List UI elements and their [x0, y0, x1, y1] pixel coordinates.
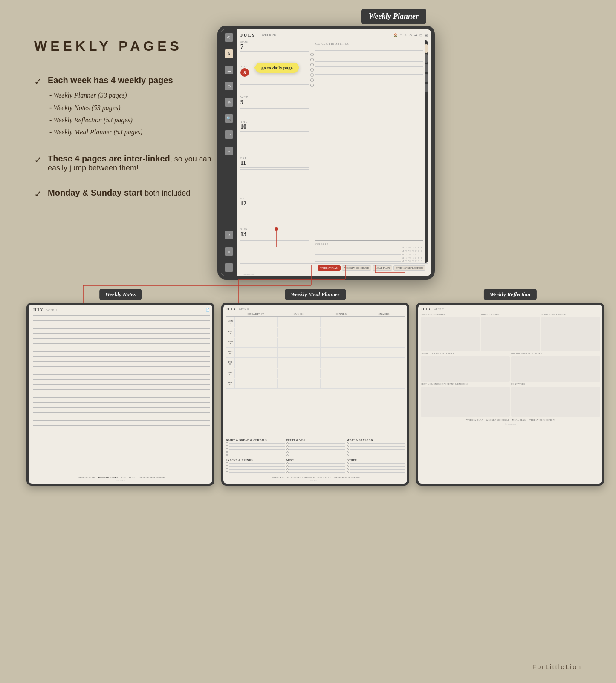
- reflect-next-week-box: [511, 387, 600, 417]
- reflect-difficulties: DIFFICULTIES/CHALLENGES: [421, 352, 510, 382]
- right-tab-5[interactable]: [425, 84, 428, 92]
- circles-column: [310, 40, 314, 263]
- reflect-nav-1[interactable]: WEEKLY PLAN: [466, 419, 483, 421]
- shop-snacks-title: SNACKS & DRINKS: [226, 459, 285, 461]
- meal-col-lunch: LUNCH: [277, 313, 320, 315]
- meal-day-thu: THU10: [226, 348, 234, 357]
- reflect-header: JULY WEEK 28: [421, 307, 600, 311]
- day-row-tue: TUE 8 go to daily page: [240, 65, 309, 95]
- reflect-month: JULY: [421, 307, 431, 311]
- reflect-didnt-work-label: WHAT DIDN'T WORK?: [541, 313, 600, 316]
- reflect-nav-3[interactable]: MEAL PLAN: [512, 419, 526, 421]
- reflect-nav-2[interactable]: WEEKLY SCHEDULE: [486, 419, 509, 421]
- checkmark-icon-3: ✓: [34, 189, 42, 200]
- meal-cell-tue-lunch: [277, 328, 320, 337]
- day-num-tue: 8: [240, 68, 249, 77]
- feature-item-3: ✓ Monday & Sunday start both included: [34, 188, 230, 200]
- weekly-reflection-device: JULY WEEK 28 ACCOMPLISHMENTS WHAT WORKED…: [416, 303, 604, 486]
- meal-cell-sun-dinner: [320, 379, 363, 388]
- weekly-notes-device: JULY WEEK 19 📄: [26, 303, 214, 486]
- day-num-sat: 12: [240, 200, 309, 207]
- meal-nav-1[interactable]: WEEKLY PLAN: [272, 477, 289, 479]
- notes-nav-weekly-notes[interactable]: WEEKLY NOTES: [98, 477, 118, 479]
- meal-row-thu: THU10: [226, 348, 405, 358]
- feature-text-2: These 4 pages are inter-linked, so you c…: [48, 154, 230, 173]
- notes-nav-reflection[interactable]: WEEKLY REFLECTION: [139, 477, 165, 479]
- meal-cell-wed-breakfast: [234, 338, 277, 347]
- meal-cell-tue-snacks: [363, 328, 405, 337]
- feature-item-1: ✓ Each week has 4 weekly pages - Weekly …: [34, 75, 230, 138]
- habit-days-5: M T W T F S S: [402, 260, 423, 262]
- right-tab-2[interactable]: [425, 54, 428, 63]
- meal-cell-wed-snacks: [363, 338, 405, 347]
- day-row-fri: FRI 11: [240, 156, 309, 196]
- footer-text: ForLittleLion: [240, 272, 428, 276]
- meal-day-wed: WED9: [226, 338, 234, 347]
- reflect-bottom-grid: BEST MOMENTS/IMPORTANT MEMORIES NEXT WEE…: [421, 383, 600, 417]
- planner-header-icons: 🏠□☆⊕⇄⊞▣: [393, 33, 428, 37]
- nav-btn-weekly-schedule[interactable]: WEEKLY SCHEDULE: [342, 265, 371, 271]
- meal-header: JULY WEEK 28: [226, 307, 405, 311]
- meal-cell-wed-dinner: [320, 338, 363, 347]
- sidebar-a-icon: A: [225, 49, 233, 58]
- nav-btn-meal-plan[interactable]: MEAL PLAN: [373, 265, 392, 271]
- nav-btn-weekly-reflection[interactable]: WEEKLY REFLECTION: [393, 265, 425, 271]
- day-num-thu: 10: [240, 124, 309, 130]
- right-tab-4[interactable]: [425, 74, 428, 82]
- meal-day-mon: MON7: [226, 317, 234, 327]
- reflect-worked-label: WHAT WORKED?: [481, 313, 540, 316]
- habits-label: HABITS: [315, 242, 423, 245]
- meal-col-breakfast: BREAKFAST: [234, 313, 277, 315]
- feature-bold-3: Monday & Sunday start: [48, 188, 142, 197]
- nav-btn-weekly-plan[interactable]: WEEKLY PLAN: [318, 265, 341, 271]
- sub-item-1: - Weekly Planner (53 pages): [49, 89, 173, 102]
- notes-content: JULY WEEK 19 📄: [29, 305, 212, 484]
- sidebar-move-icon: ⊕: [225, 98, 233, 107]
- weekly-reflection-wrapper: Weekly Reflection JULY WEEK 28 ACCOMPLIS…: [416, 294, 604, 486]
- planner-bottom-nav: WEEKLY PLAN WEEKLY SCHEDULE MEAL PLAN WE…: [240, 263, 428, 272]
- reflect-next-week: NEXT WEEK: [511, 383, 600, 417]
- day-label-sun: SUN: [240, 228, 309, 231]
- weekly-reflection-screen: JULY WEEK 28 ACCOMPLISHMENTS WHAT WORKED…: [418, 305, 602, 484]
- day-row-sat: SAT 12: [240, 197, 309, 227]
- shop-other-title: OTHER: [347, 459, 405, 461]
- notes-header: JULY WEEK 19 📄: [33, 308, 210, 312]
- habit-days-3: M T W T F S S: [402, 253, 423, 256]
- main-device-screen: ⏱ A ☰ ⚙ ⊕ 🔍 ↩ → ↗ ≡ □: [221, 29, 431, 276]
- right-tab-3[interactable]: [425, 64, 428, 72]
- notes-nav-meal-plan[interactable]: MEAL PLAN: [121, 477, 136, 479]
- meal-month: JULY: [226, 307, 236, 311]
- right-tab-1[interactable]: [425, 44, 428, 53]
- reflect-didnt-work: WHAT DIDN'T WORK?: [541, 313, 600, 351]
- day-num-fri: 11: [240, 160, 309, 167]
- notes-month: JULY: [33, 308, 43, 312]
- day-label-fri: FRI: [240, 156, 309, 160]
- reflect-week: WEEK 28: [434, 308, 444, 311]
- meal-nav-2[interactable]: WEEKLY SCHEDULE: [291, 477, 315, 479]
- reflect-worked-box: [481, 317, 540, 351]
- habit-days-4: M T W T F S S: [402, 256, 423, 259]
- day-num-sun: 13: [240, 231, 309, 238]
- reflect-nav-4[interactable]: WEEKLY REFLECTION: [529, 419, 555, 421]
- weekly-reflection-label: Weekly Reflection: [483, 289, 536, 300]
- brand-footer: ForLittleLion: [532, 663, 582, 670]
- meal-row-mon: MON7: [226, 317, 405, 327]
- meal-row-wed: WED9: [226, 338, 405, 348]
- meal-nav-4[interactable]: WEEKLY REFLECTION: [334, 477, 360, 479]
- sidebar-page-icon: □: [225, 263, 233, 272]
- bottom-section: Weekly Notes JULY WEEK 19 📄: [26, 294, 604, 486]
- notes-nav-weekly-plan[interactable]: WEEKLY PLAN: [78, 477, 95, 479]
- planner-month: JULY: [240, 32, 256, 37]
- device-right-tabs: [425, 40, 428, 263]
- goals-section: GOALS/PRIORITIES: [315, 40, 423, 55]
- meal-row-tue: TUE8: [226, 328, 405, 337]
- meal-cell-tue-breakfast: [234, 328, 277, 337]
- main-device-wrapper: Weekly Planner ⏱ A ☰ ⚙ ⊕ 🔍 ↩ → ↗ ≡ □: [217, 13, 435, 280]
- reflect-improvements-label: IMPROVEMENTS TO MAKE: [511, 352, 600, 355]
- feature-item-2: ✓ These 4 pages are inter-linked, so you…: [34, 154, 230, 173]
- meal-nav-3[interactable]: MEAL PLAN: [317, 477, 331, 479]
- weekly-notes-wrapper: Weekly Notes JULY WEEK 19 📄: [26, 294, 214, 486]
- reflect-difficulties-box: [421, 356, 510, 382]
- meal-col-dinner: DINNER: [320, 313, 363, 315]
- sidebar-settings-icon: ⚙: [225, 82, 233, 90]
